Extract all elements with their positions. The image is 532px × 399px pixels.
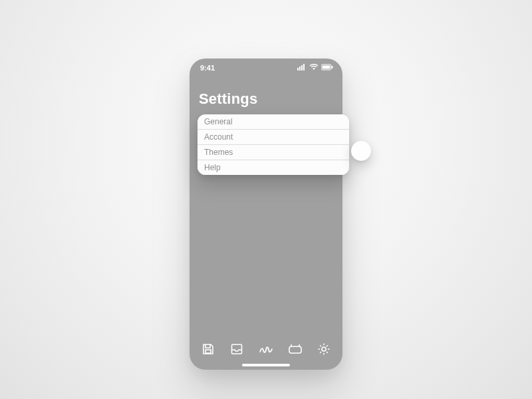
tab-scribble[interactable] xyxy=(255,338,277,360)
svg-rect-9 xyxy=(289,346,301,353)
save-icon xyxy=(201,342,215,356)
stage: 9:41 xyxy=(0,0,532,399)
gear-icon xyxy=(317,342,331,356)
scribble-icon xyxy=(259,342,273,356)
svg-rect-3 xyxy=(303,64,305,70)
home-indicator xyxy=(242,364,290,366)
menu-item-themes[interactable]: Themes xyxy=(198,144,349,160)
tab-inbox[interactable] xyxy=(225,338,248,360)
status-time: 9:41 xyxy=(200,64,215,72)
tab-media[interactable] xyxy=(284,338,307,360)
status-bar: 9:41 xyxy=(190,64,342,76)
inbox-icon xyxy=(230,342,243,356)
tab-save[interactable] xyxy=(197,338,219,360)
phone-frame: 9:41 xyxy=(190,59,342,370)
svg-rect-1 xyxy=(299,66,301,70)
signal-icon xyxy=(297,64,307,70)
settings-menu: General Account Themes Help xyxy=(198,114,349,175)
tab-bar xyxy=(190,338,342,360)
wifi-icon xyxy=(309,64,319,70)
svg-rect-6 xyxy=(332,66,333,68)
status-icons xyxy=(297,64,333,70)
svg-rect-5 xyxy=(323,66,331,69)
floating-knob[interactable] xyxy=(351,141,371,161)
menu-item-label: Account xyxy=(204,132,233,142)
menu-item-help[interactable]: Help xyxy=(198,160,349,175)
svg-rect-2 xyxy=(301,65,303,70)
svg-rect-8 xyxy=(232,344,242,354)
menu-item-label: General xyxy=(204,117,233,126)
menu-item-label: Help xyxy=(204,163,221,172)
battery-icon xyxy=(321,64,333,70)
svg-rect-7 xyxy=(205,350,211,353)
menu-item-label: Themes xyxy=(204,148,233,157)
media-icon xyxy=(288,343,303,355)
svg-point-10 xyxy=(322,347,326,351)
menu-item-account[interactable]: Account xyxy=(198,129,349,144)
page-title: Settings xyxy=(199,90,257,108)
svg-rect-0 xyxy=(297,68,299,70)
phone-screen: 9:41 xyxy=(190,59,342,370)
menu-item-general[interactable]: General xyxy=(198,114,349,129)
tab-settings[interactable] xyxy=(313,338,335,360)
